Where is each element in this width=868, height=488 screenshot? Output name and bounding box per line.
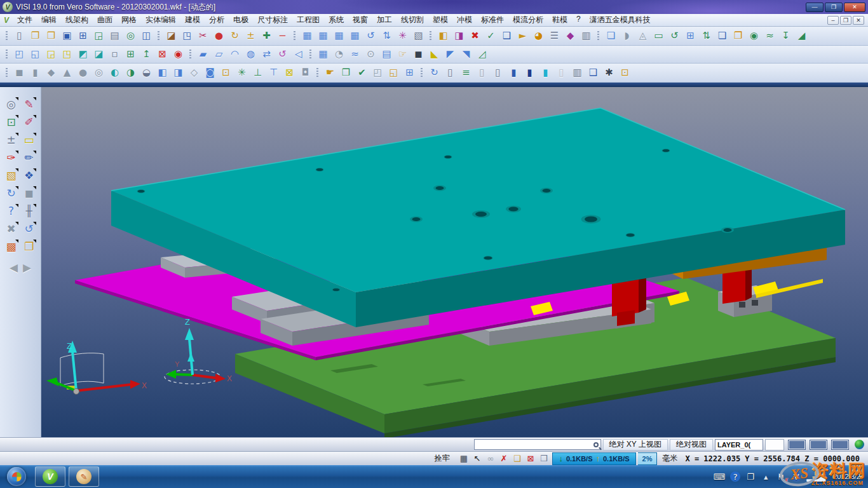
cap-box[interactable]: ⊠ (281, 65, 297, 81)
clear-screen[interactable]: ◪ (163, 29, 179, 44)
layer-up[interactable]: ◧ (435, 29, 451, 44)
regen-cylinder[interactable]: ↻ (426, 65, 442, 81)
mirror-view[interactable]: ◬ (635, 29, 651, 44)
print[interactable]: ▤ (107, 29, 123, 44)
cone-solid[interactable]: ▲ (59, 65, 75, 81)
open-file[interactable]: ❐ (27, 29, 43, 44)
wire-edm[interactable]: 线切割 (397, 13, 428, 27)
help-query[interactable]: ? (3, 203, 20, 219)
paste[interactable]: ❐ (730, 29, 746, 44)
pick-hand[interactable]: ☛ (322, 65, 338, 81)
view-multi[interactable]: ✳ (395, 29, 410, 44)
refresh-visibility[interactable]: ↻ (227, 29, 243, 44)
sphere-cut[interactable]: ◒ (139, 65, 154, 81)
flow-cylinder[interactable]: ≡ (458, 65, 474, 81)
search-input[interactable] (475, 440, 593, 449)
num-cube[interactable]: ◱ (386, 65, 402, 81)
standard-parts[interactable]: 标准件 (477, 13, 508, 27)
plane-flat[interactable]: ▰ (195, 47, 211, 62)
wireframe[interactable]: 线架构 (61, 13, 93, 27)
file[interactable]: 文件 (13, 13, 37, 27)
pipe-path[interactable]: ≈ (347, 47, 363, 62)
absolute-view-button[interactable]: 绝对视图 (670, 439, 713, 451)
start-button[interactable] (7, 467, 26, 486)
move-boxes[interactable]: ❒ (338, 65, 354, 81)
snap-lock-button[interactable]: 拴牢 (428, 452, 455, 464)
probe-tool[interactable]: ✑ (3, 149, 20, 166)
mesh-grid[interactable]: ▦ (315, 47, 331, 62)
plane-stack[interactable]: ▤ (379, 47, 395, 62)
shade-cube[interactable]: ◩ (75, 47, 91, 62)
shaded-render[interactable]: ◕ (531, 29, 546, 44)
frame-select[interactable]: ⊡ (3, 114, 20, 130)
edit-pencil[interactable]: ✎ (20, 96, 37, 112)
post-top[interactable]: ⊥ (250, 65, 266, 81)
layer-visible[interactable]: ✓ (483, 29, 499, 44)
surface-arc[interactable]: ◠ (227, 47, 243, 62)
mdi-minimize-button[interactable]: – (827, 16, 839, 25)
layer-color-swatch[interactable] (810, 440, 827, 449)
rotate-cube[interactable]: ◰ (11, 47, 27, 62)
layer-color-swatch[interactable] (789, 440, 805, 449)
mini-cube[interactable]: ▫ (107, 47, 123, 62)
help-icon[interactable]: ? (730, 471, 740, 482)
drafting[interactable]: 工程图 (292, 13, 324, 27)
sphere-join[interactable]: ◑ (123, 65, 139, 81)
electrode[interactable]: 电极 (229, 13, 253, 27)
zoom-cube[interactable]: ◲ (43, 47, 59, 62)
select-cube[interactable]: ◪ (91, 47, 107, 62)
drag-hand[interactable]: ☞ (395, 47, 410, 62)
sphere-half[interactable]: ◐ (107, 65, 123, 81)
delete-face[interactable]: ⊠ (154, 47, 170, 62)
taskbar-paint-button[interactable]: ✎ (69, 466, 99, 487)
save-all[interactable]: ⊞ (75, 29, 91, 44)
page-alt-icon[interactable]: ❒ (537, 454, 550, 463)
system[interactable]: 系统 (324, 13, 348, 27)
save[interactable]: ▣ (59, 29, 75, 44)
keyboard-icon[interactable]: ⌨ (713, 471, 725, 482)
layer-assign[interactable]: ► (515, 29, 531, 44)
lid-box[interactable]: ◙ (202, 65, 218, 81)
layer-delete[interactable]: ✖ (467, 29, 483, 44)
approve-box[interactable]: ✔ (354, 65, 370, 81)
visi-tray-icon[interactable]: V (791, 471, 801, 482)
history-forward-button[interactable]: ▶ (23, 261, 31, 274)
refresh-view[interactable]: ↻ (3, 185, 20, 201)
torus-solid[interactable]: ◎ (91, 65, 107, 81)
split-view[interactable]: ◫ (139, 29, 154, 44)
history-back-button[interactable]: ◀ (10, 261, 18, 274)
half-view[interactable]: ◗ (619, 29, 635, 44)
plane-u[interactable]: ◤ (442, 47, 458, 62)
pair-cubes[interactable]: ⊞ (402, 65, 417, 81)
view-top[interactable]: ▦ (299, 29, 315, 44)
active-layer-field[interactable]: LAYER_0( (715, 439, 763, 451)
solid-edit[interactable]: 实体编辑 (141, 13, 180, 27)
solid-display[interactable]: ◆ (562, 29, 578, 44)
shoe-mold[interactable]: 鞋模 (548, 13, 572, 27)
pan-cube[interactable]: ◱ (27, 47, 43, 62)
mdi-close-button[interactable]: ✕ (853, 16, 864, 25)
cyan-cylinder[interactable]: ▮ (538, 65, 553, 81)
visibility-stack[interactable]: ▧ (3, 167, 20, 184)
die[interactable]: 冲模 (452, 13, 477, 27)
plane-v[interactable]: ◥ (458, 47, 474, 62)
bend-sheet[interactable]: ◔ (331, 47, 347, 62)
layer-color-swatch[interactable] (832, 440, 848, 449)
surface[interactable]: 曲面 (93, 13, 117, 27)
show-entities[interactable]: ✚ (259, 29, 275, 44)
absolute-xy-view-button[interactable]: 绝对 XY 上视图 (603, 439, 668, 451)
grid-snap-icon[interactable]: ▦ (457, 454, 470, 463)
dark-cylinder[interactable]: ▮ (522, 65, 538, 81)
open-library[interactable]: ❐ (20, 238, 37, 255)
explode-box[interactable]: ✳ (234, 65, 250, 81)
box-solid[interactable]: ◼ (11, 65, 27, 81)
delete-red-icon[interactable]: ✗ (497, 454, 510, 463)
block-edge[interactable]: ◧ (154, 65, 170, 81)
view-right[interactable]: ▦ (331, 29, 347, 44)
import-file[interactable]: ❒ (43, 29, 59, 44)
select-region[interactable]: ⊡ (617, 65, 633, 81)
post-frame[interactable]: ⊤ (266, 65, 281, 81)
outline-cylinder[interactable]: ▯ (490, 65, 506, 81)
profile-trace[interactable]: ▭ (20, 132, 37, 148)
camera-view[interactable]: ▭ (651, 29, 667, 44)
